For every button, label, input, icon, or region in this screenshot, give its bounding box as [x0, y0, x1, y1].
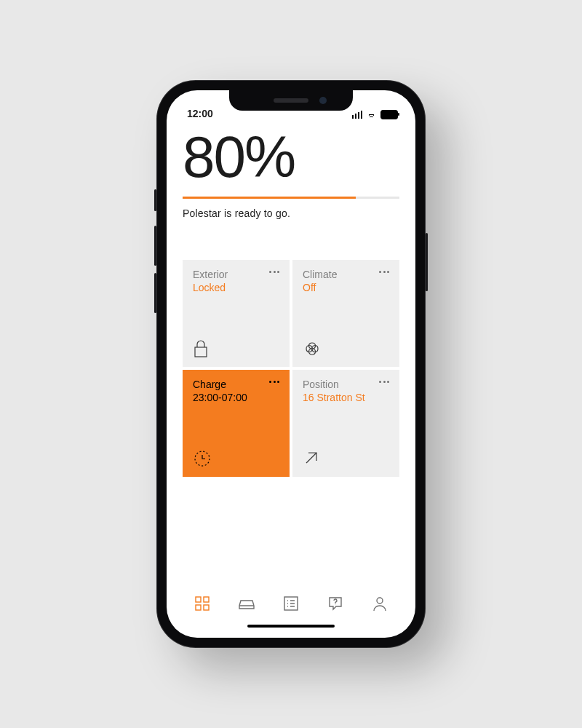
- charge-percent: 80%: [183, 128, 399, 186]
- bottom-nav: [167, 581, 415, 625]
- arrow-icon: [303, 449, 389, 468]
- side-button-vol-up: [154, 226, 156, 266]
- svg-rect-5: [204, 605, 209, 610]
- charge-progress-fill: [183, 197, 356, 199]
- tile-value: Off: [303, 282, 337, 293]
- main-content: 80% Polestar is ready to go. Exterior Lo…: [167, 119, 415, 581]
- tile-title: Climate: [303, 269, 337, 280]
- lock-icon: [193, 339, 279, 358]
- tile-value: 23:00-07:00: [193, 392, 247, 403]
- fan-icon: [303, 339, 389, 358]
- charge-progress-track: [183, 197, 399, 199]
- more-icon[interactable]: [269, 269, 279, 273]
- side-button-power: [426, 233, 428, 291]
- svg-rect-4: [196, 605, 201, 610]
- more-icon[interactable]: [269, 379, 279, 383]
- list-icon: [283, 596, 299, 612]
- help-icon: [327, 596, 343, 612]
- more-icon[interactable]: [379, 269, 389, 273]
- tile-position[interactable]: Position 16 Stratton St: [292, 370, 399, 477]
- tile-charge[interactable]: Charge 23:00-07:00: [183, 370, 290, 477]
- grid-icon: [194, 596, 210, 612]
- tile-climate[interactable]: Climate Off: [292, 260, 399, 367]
- phone-mockup: 12:00 80% Polestar is ready to go. Exter…: [156, 80, 426, 648]
- tile-title: Exterior: [193, 269, 228, 280]
- svg-rect-3: [204, 597, 209, 602]
- tile-title: Charge: [193, 379, 247, 390]
- cellular-icon: [352, 111, 363, 119]
- nav-list[interactable]: [282, 594, 300, 613]
- profile-icon: [372, 596, 388, 612]
- svg-point-14: [377, 598, 383, 604]
- tile-value: Locked: [193, 282, 228, 293]
- svg-rect-2: [196, 597, 201, 602]
- more-icon[interactable]: [379, 379, 389, 383]
- nav-vehicle[interactable]: [237, 594, 256, 613]
- screen: 12:00 80% Polestar is ready to go. Exter…: [167, 90, 415, 638]
- nav-help[interactable]: [326, 594, 345, 613]
- status-time: 12:00: [187, 108, 213, 119]
- tile-value: 16 Stratton St: [303, 392, 365, 403]
- wifi-icon: [366, 111, 377, 119]
- svg-rect-0: [195, 347, 207, 357]
- svg-point-13: [335, 604, 336, 605]
- tile-grid: Exterior Locked: [183, 260, 399, 477]
- nav-dashboard[interactable]: [193, 594, 212, 613]
- tile-title: Position: [303, 379, 365, 390]
- status-right-cluster: [352, 110, 399, 119]
- car-icon: [237, 596, 256, 611]
- side-button-silence: [154, 189, 156, 211]
- front-camera: [319, 97, 327, 104]
- home-indicator[interactable]: [167, 625, 415, 638]
- speaker: [274, 98, 308, 103]
- side-button-vol-down: [154, 273, 156, 313]
- status-text: Polestar is ready to go.: [183, 207, 399, 219]
- nav-profile[interactable]: [370, 594, 389, 613]
- notch: [229, 90, 353, 111]
- clock-icon: [193, 449, 279, 468]
- battery-icon: [380, 110, 398, 119]
- tile-exterior[interactable]: Exterior Locked: [183, 260, 290, 367]
